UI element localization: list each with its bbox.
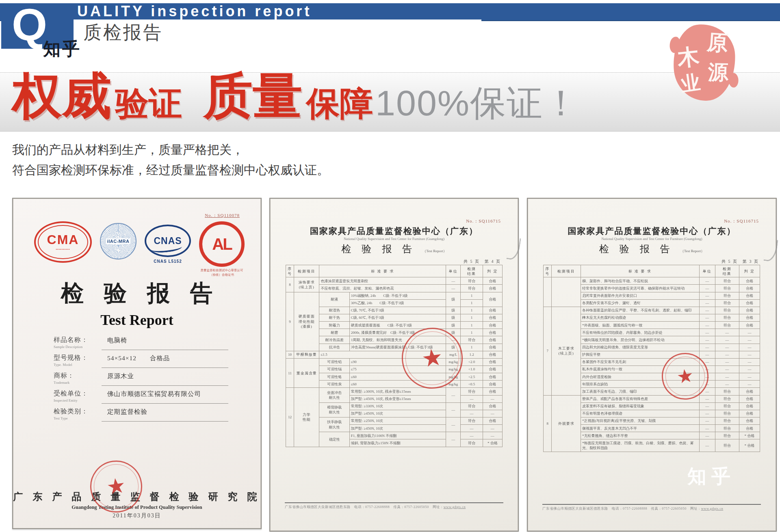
cnas-logo-icon: CNAS CNAS L5152 [145, 221, 191, 264]
results-table: 序 号检测项目标 准 要 求单位检测 结果判 定梯、架部件、脚与柱合应平稳、不应… [543, 265, 760, 452]
center-title-cn: 国家家具产品质量监督检验中心（广东） [528, 225, 776, 237]
cma-logo-icon: CMA ▪▪▪▪▪▪▪▪▪▪ [34, 221, 92, 263]
center-title-en: National Quality Supervision and Test Ce… [270, 237, 518, 241]
footer-website: www.gdqts.cn [701, 506, 724, 510]
field-label-cn: 样品名称： [54, 336, 102, 344]
report-heading-cn: 检 验 报 告 [341, 244, 416, 254]
report-number: No.：SQ116715 [724, 218, 759, 224]
seal-char: 业 [679, 69, 702, 97]
report-footer: 广东省佛山市顺德区大良新城区德胜东路 电话：0757-22608888 传真：0… [285, 502, 503, 510]
page-indicator: 共 5 页 第 4 页 [464, 259, 501, 264]
intro-paragraph: 我们的产品从材料到生产，质量严格把关， 符合国家检测环保标准，经过质量监督检测中… [12, 140, 329, 180]
field-label-cn: 受检单位： [54, 389, 102, 398]
test-report-title-en: Test Report [13, 311, 261, 329]
page-curl-mark [763, 238, 778, 262]
header-title-cn: 质检报告 [83, 20, 163, 45]
field-value: 54×54×12 合格品 [102, 354, 228, 368]
report-heading-en: （Test Report） [422, 249, 447, 253]
cma-marks: ▪▪▪▪▪▪▪▪▪▪ [56, 248, 70, 251]
field-label-cn: 检验类别： [54, 407, 102, 416]
ilac-mra-logo-icon: ilAC-MRA [100, 221, 136, 260]
footer-address: 广东省佛山市顺德区大良新城区德胜东路 电话：0757-22608888 传真：0… [542, 506, 701, 510]
field-value: 佛山市顺德区宝褔贸易有限公司 [102, 389, 228, 404]
report-footer: 广东省佛山市顺德区大良新城区德胜东路 电话：0757-22608888 传真：0… [542, 504, 761, 511]
cal-text: AL [212, 235, 231, 253]
field-row: 检验类别： Test Type 定期监督检验 [54, 407, 228, 422]
certificate-page4: No.：SQ116715 国家家具产品质量监督检验中心（广东） National… [269, 198, 519, 532]
field-row: 型号规格： Type. Model 54×54×12 合格品 [54, 354, 228, 368]
field-value: 原源木业 [102, 372, 228, 386]
page-curl-mark [506, 237, 521, 261]
field-label-en: Inspected Entity [54, 398, 102, 402]
footer-website: www.gdqts.cn [444, 505, 466, 509]
intro-line2: 符合国家检测环保标准，经过质量监督检测中心权威认证。 [12, 160, 329, 180]
field-label-cn: 商标： [54, 372, 102, 380]
headline-big1: 权威 [12, 67, 111, 125]
header-title-en: UALITY inspection report [77, 3, 312, 20]
test-report-title-cn: 检 验 报 告 [13, 278, 261, 309]
report-heading: 检 验 报 告 （Test Report） [528, 242, 776, 255]
headline-big2: 质量 [203, 67, 302, 125]
seal-char: 原 [706, 28, 729, 58]
certificate-page3: No.：SQ116715 国家家具产品质量监督检验中心（广东） National… [527, 198, 777, 532]
report-date: 2011年03月03日 [13, 512, 261, 519]
cal-subtext1: 质量监督检验测试中心审查认可 [201, 268, 243, 273]
cma-text: CMA [47, 233, 79, 246]
q-letter: Q [12, 0, 47, 51]
headline-small1: 验证 [115, 82, 182, 125]
headline-band: 权威 验证 质量 保障 100%保证！ [0, 72, 780, 132]
report-number: No.：SQ110078 [205, 212, 240, 218]
cnas-number: CNAS L5152 [154, 259, 182, 264]
seal-char: 木 [676, 42, 701, 74]
intro-line1: 我们的产品从材料到生产，质量严格把关， [12, 140, 329, 160]
report-fields: 样品名称： Sample Description 电脑椅 型号规格： Type.… [54, 336, 228, 425]
cal-subtext2: （验收）合格证书 [201, 273, 243, 277]
seal-char: 源 [708, 58, 728, 86]
center-title-cn: 国家家具产品质量监督检验中心（广东） [270, 225, 518, 237]
certificate-test-report: No.：SQ110078 CMA ▪▪▪▪▪▪▪▪▪▪ ilAC-MRA CNA… [12, 198, 262, 529]
field-label-en: Sample Description [54, 345, 102, 349]
accreditation-logos: CMA ▪▪▪▪▪▪▪▪▪▪ ilAC-MRA CNAS CNAS L5152 … [34, 221, 242, 277]
field-label-cn: 型号规格： [54, 354, 102, 362]
field-label-en: Type. Model [54, 363, 102, 367]
page-indicator: 共 5 页 第 3 页 [722, 259, 759, 264]
field-value: 定期监督检验 [102, 407, 228, 422]
report-heading-cn: 检 验 报 告 [599, 244, 674, 254]
report-heading: 检 验 报 告 （Test Report） [270, 242, 518, 255]
footer-address: 广东省佛山市顺德区大良新城区德胜东路 电话：0757-22608888 传真：0… [285, 505, 444, 509]
headline-small2: 保障 [306, 82, 373, 125]
field-row: 商标： Trademark 原源木业 [54, 372, 228, 386]
field-row: 样品名称： Sample Description 电脑椅 [54, 336, 228, 350]
header-subtitle-box: 质检报告 [74, 19, 481, 43]
field-row: 受检单位： Inspected Entity 佛山市顺德区宝褔贸易有限公司 [54, 389, 228, 404]
report-heading-en: （Test Report） [680, 249, 705, 253]
report-number: No.：SQ116715 [466, 218, 501, 224]
quality-inspection-page: Q UALITY inspection report 知乎 质检报告 原 木 源… [0, 0, 780, 532]
field-value: 电脑椅 [102, 336, 228, 350]
field-label-en: Test Type [54, 416, 102, 420]
results-table: 序 号检测项目标 准 要 求单位检测 结果判 定8涂饰要求 (续上页)色漆涂层遮… [286, 265, 503, 447]
watermark-top: 知乎 [43, 37, 80, 58]
institute-name-en: Guangdong Testing Institute of Product Q… [13, 504, 261, 510]
ilac-text: ilAC-MRA [106, 238, 131, 244]
field-label-en: Trademark [54, 381, 102, 385]
center-title-en: National Quality Supervision and Test Ce… [528, 237, 776, 241]
headline: 权威 验证 质量 保障 100%保证！ [12, 67, 580, 125]
headline-suffix: 100%保证！ [375, 81, 580, 125]
watermark-bottom: 知乎 [687, 464, 735, 489]
cal-logo-icon: AL 质量监督检验测试中心审查认可 （验收）合格证书 [199, 221, 245, 277]
